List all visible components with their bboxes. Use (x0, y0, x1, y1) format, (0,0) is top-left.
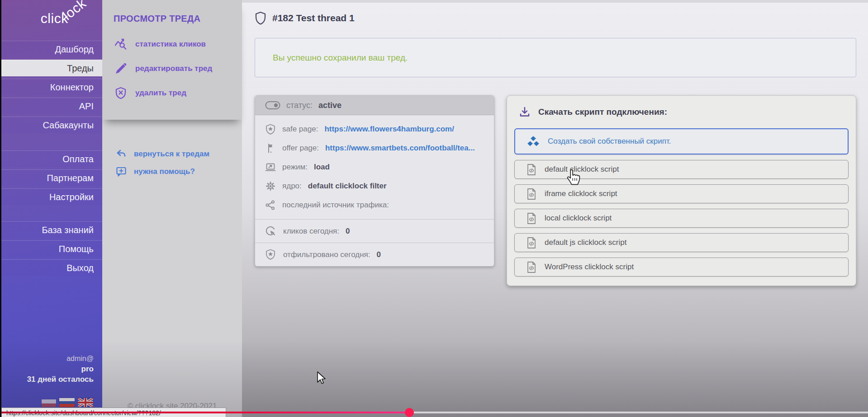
thread-action-delete[interactable]: удалить тред (102, 84, 242, 102)
sidebar-item-dashboard[interactable]: Дашборд (0, 41, 102, 57)
safe-page-link[interactable]: https://www.flowers4hamburg.com/ (324, 125, 454, 134)
create-custom-script-button[interactable]: Создать свой собственный скрипт. (514, 128, 849, 155)
thread-actions: статистика кликов редактировать тред (102, 36, 242, 102)
offer-page-row: offer page: https://www.smartbets.com/fo… (255, 139, 494, 158)
main-content: #182 Test thread 1 Вы успешно сохранили … (242, 0, 868, 417)
sidebar-item-settings[interactable]: Настройки (0, 188, 102, 205)
code-file-icon (526, 261, 537, 273)
code-file-icon (526, 188, 537, 200)
success-alert: Вы успешно сохранили ваш тред. (255, 38, 856, 77)
click-circle-icon (265, 225, 277, 237)
script-button-label: default js clicklock script (545, 238, 626, 247)
thread-status-card: статус: active safe page: https://www.fl… (255, 95, 494, 267)
default-js-clicklock-script-button[interactable]: default js clicklock script (514, 233, 849, 252)
sidebar-item-logout[interactable]: Выход (0, 259, 102, 276)
shield-star-icon (265, 124, 276, 135)
sidebar-item-api[interactable]: API (0, 98, 102, 114)
mode-row: режим: load (255, 158, 494, 177)
help-message-icon (116, 166, 127, 177)
sidebar-nav-billing: Оплата Партнерам Настройки (0, 150, 102, 205)
sidebar-item-partners[interactable]: Партнерам (0, 169, 102, 186)
pencil-icon (114, 62, 127, 75)
sidebar-item-knowledge-base[interactable]: База знаний (0, 221, 102, 238)
mouse-hand-cursor (566, 169, 581, 185)
safe-page-row: safe page: https://www.flowers4hamburg.c… (255, 120, 494, 139)
gear-icon (265, 181, 276, 192)
stat-label: кликов сегодня: (283, 227, 339, 236)
download-icon (519, 106, 531, 118)
status-header-row: статус: active (255, 96, 494, 115)
thread-nav-column: ПРОСМОТР ТРЕДА статистика кликов (102, 0, 242, 417)
row-label: ядро: (282, 182, 302, 191)
language-switcher (42, 398, 93, 407)
code-file-icon (526, 237, 537, 249)
polish-flag-icon[interactable] (42, 399, 56, 407)
row-label: safe page: (282, 125, 318, 134)
iframe-clicklock-script-button[interactable]: iframe clicklock script (514, 184, 849, 203)
flag-icon (265, 143, 276, 154)
code-file-icon (526, 212, 537, 225)
video-progress-handle[interactable] (405, 408, 414, 417)
filtered-today-value: 0 (376, 250, 380, 259)
clicklock-logo[interactable]: clicklock (0, 0, 102, 39)
page-title: #182 Test thread 1 (272, 13, 355, 23)
stat-label: отфильтровано сегодня: (283, 250, 370, 259)
link-label: нужна помощь? (134, 167, 195, 176)
status-card-body: safe page: https://www.flowers4hamburg.c… (255, 115, 494, 219)
russian-flag-icon[interactable] (59, 398, 75, 407)
link-label: вернуться к тредам (134, 150, 209, 159)
row-label: offer page: (282, 144, 319, 153)
thread-links: вернуться к тредам нужна помощь? (102, 148, 242, 178)
uk-flag-icon[interactable] (78, 398, 93, 407)
script-button-label: WordPress clicklock script (545, 262, 634, 272)
sidebar-item-connector[interactable]: Коннектор (0, 79, 102, 95)
offer-page-link[interactable]: https://www.smartbets.com/football/tea..… (325, 144, 475, 153)
status-value: active (318, 101, 342, 110)
default-clicklock-script-button[interactable]: default clicklock script (514, 160, 849, 179)
video-progress-remaining[interactable] (414, 412, 868, 413)
core-value: default clicklock filter (308, 182, 387, 191)
clicks-today-value: 0 (346, 227, 350, 236)
sidebar-item-threads[interactable]: Треды (0, 60, 102, 76)
download-scripts-panel: Скачать скрипт подключения: Создать свой… (507, 95, 856, 286)
shield-star-icon (265, 249, 277, 261)
last-traffic-source-row: последний источник трафика: (255, 196, 494, 215)
scripts-panel-title: Скачать скрипт подключения: (538, 107, 667, 117)
sidebar-item-subaccounts[interactable]: Сабакаунты (0, 117, 102, 133)
sidebar-item-help[interactable]: Помощь (0, 240, 102, 257)
shield-icon (255, 11, 266, 25)
wordpress-clicklock-script-button[interactable]: WordPress clicklock script (514, 258, 849, 276)
account-email: admin@ (27, 353, 94, 364)
stats-magnifier-icon (114, 38, 127, 51)
thread-action-edit[interactable]: редактировать тред (102, 60, 242, 77)
sidebar-item-payment[interactable]: Оплата (0, 150, 102, 167)
success-alert-text: Вы успешно сохранили ваш тред. (273, 53, 408, 63)
row-label: режим: (282, 163, 308, 172)
cubes-icon (526, 136, 540, 148)
account-info: admin@ pro 31 дней осталось (27, 353, 94, 384)
sidebar-nav-help: База знаний Помощь Выход (0, 221, 102, 276)
shield-x-icon (114, 87, 127, 99)
thread-nav-title: ПРОСМОТР ТРЕДА (102, 14, 242, 24)
undo-icon (116, 149, 127, 159)
mouse-arrow-cursor (317, 371, 327, 386)
core-row: ядро: default clicklock filter (255, 177, 494, 196)
thread-action-click-stats[interactable]: статистика кликов (102, 36, 242, 53)
need-help-link[interactable]: нужна помощь? (102, 165, 242, 178)
page-header: #182 Test thread 1 (255, 10, 856, 26)
thread-action-label: удалить тред (135, 89, 186, 98)
script-button-label: Создать свой собственный скрипт. (548, 137, 671, 146)
scripts-panel-header: Скачать скрипт подключения: (514, 103, 849, 121)
back-to-threads-link[interactable]: вернуться к тредам (102, 148, 242, 160)
video-progress-bar[interactable] (0, 412, 409, 413)
script-button-label: local clicklock script (545, 214, 612, 223)
sidebar: clicklock Дашборд Треды Коннектор API Са… (0, 0, 102, 417)
script-button-label: iframe clicklock script (545, 189, 617, 198)
local-clicklock-script-button[interactable]: local clicklock script (514, 209, 849, 228)
account-days-left: 31 дней осталось (27, 374, 94, 384)
laptop-arrow-icon (265, 162, 276, 173)
filtered-today-row: отфильтровано сегодня: 0 (255, 243, 494, 266)
script-button-label: default clicklock script (545, 165, 619, 174)
thread-action-label: статистика кликов (135, 40, 206, 49)
toggle-icon (265, 100, 280, 110)
